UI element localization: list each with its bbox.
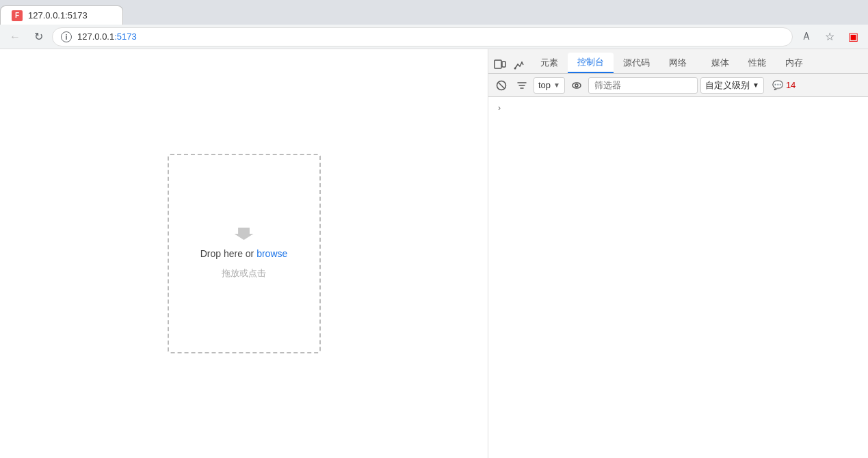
svg-point-2 [514, 68, 516, 70]
message-count[interactable]: 💬 14 [767, 77, 801, 94]
address-bar[interactable]: i 127.0.0.1:5173 [52, 27, 793, 46]
tab-favicon: F [12, 10, 23, 21]
level-label: 自定义级别 [705, 79, 750, 92]
filter-input[interactable] [588, 77, 698, 94]
eye-button[interactable] [568, 77, 586, 94]
browser-bar: ← ↻ i 127.0.0.1:5173 Ａ ☆ ▣ [0, 25, 868, 49]
svg-rect-1 [502, 62, 505, 67]
back-button[interactable]: ← [5, 27, 25, 46]
drop-subtext: 拖放或点击 [222, 267, 266, 280]
tab-title: 127.0.0.1:5173 [28, 10, 88, 21]
devtools-content: › [488, 97, 868, 458]
devtools: 元素 控制台 源代码 网络 媒体 性能 内存 [488, 49, 868, 458]
drop-zone[interactable]: Drop here or browse 拖放或点击 [168, 154, 321, 353]
main-area: Drop here or browse 拖放或点击 [0, 49, 868, 458]
tab-console[interactable]: 控制台 [568, 53, 614, 73]
context-dropdown-arrow: ▼ [553, 81, 560, 89]
inspect-element-button[interactable] [510, 55, 528, 73]
svg-point-5 [573, 83, 581, 88]
message-count-value: 14 [786, 80, 795, 90]
active-tab[interactable]: F 127.0.0.1:5173 [0, 5, 123, 25]
browse-link[interactable]: browse [257, 248, 287, 259]
expand-sidebar-button[interactable]: › [494, 103, 505, 113]
address-text: 127.0.0.1:5173 [77, 31, 137, 42]
tab-sources[interactable]: 源代码 [614, 53, 659, 73]
security-icon[interactable]: i [61, 31, 72, 42]
svg-line-4 [499, 83, 504, 88]
translate-button[interactable]: Ａ [797, 27, 816, 46]
webpage: Drop here or browse 拖放或点击 [0, 49, 488, 458]
svg-rect-0 [495, 60, 501, 68]
tab-network[interactable]: 网络 [659, 53, 696, 73]
filter-toggle-button[interactable] [513, 77, 531, 94]
extensions-button[interactable]: ▣ [843, 27, 863, 46]
tab-bar: F 127.0.0.1:5173 [0, 0, 868, 25]
tab-elements[interactable]: 元素 [531, 53, 568, 73]
clear-console-button[interactable] [492, 77, 510, 94]
context-selector[interactable]: top ▼ [534, 77, 565, 94]
tab-memory[interactable]: 内存 [776, 53, 813, 73]
info-label: i [65, 33, 67, 41]
level-selector[interactable]: 自定义级别 ▼ [700, 77, 764, 94]
drop-text: Drop here or browse [200, 248, 288, 259]
tab-media[interactable]: 媒体 [702, 53, 739, 73]
level-dropdown-arrow: ▼ [752, 81, 759, 89]
browser-chrome: F 127.0.0.1:5173 ← ↻ i 127.0.0.1:5173 Ａ … [0, 0, 868, 458]
drop-arrow-icon [235, 228, 254, 240]
tab-performance[interactable]: 性能 [739, 53, 776, 73]
context-value: top [538, 80, 551, 90]
devtools-tabs: 元素 控制台 源代码 网络 媒体 性能 内存 [488, 49, 868, 74]
devtools-toolbar: top ▼ 自定义级别 ▼ 💬 14 [488, 74, 868, 97]
device-toggle-button[interactable] [491, 55, 509, 73]
refresh-button[interactable]: ↻ [29, 27, 48, 46]
svg-point-6 [575, 84, 578, 87]
message-count-icon: 💬 [772, 80, 783, 90]
bookmark-button[interactable]: ☆ [820, 27, 839, 46]
